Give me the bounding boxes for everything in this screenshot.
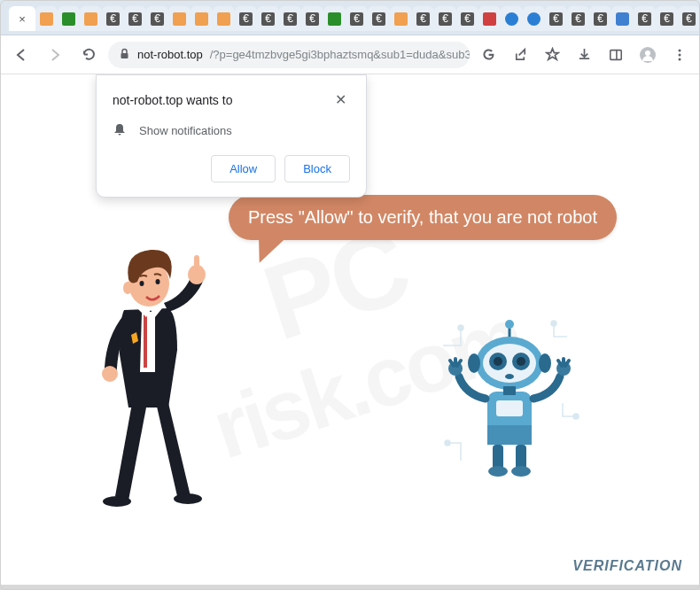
tab[interactable]: € (567, 6, 589, 31)
tab[interactable]: € (678, 6, 700, 31)
svg-point-18 (551, 321, 556, 326)
tab[interactable]: € (456, 6, 478, 31)
google-search-icon[interactable] (475, 42, 502, 68)
tab[interactable] (80, 6, 102, 31)
svg-rect-38 (493, 445, 503, 470)
man-illustration (71, 230, 230, 514)
bookmark-star-icon[interactable] (539, 42, 565, 68)
menu-dots-icon[interactable] (666, 42, 693, 68)
svg-point-6 (679, 53, 681, 56)
notification-site-label: not-robot.top wants to (113, 93, 232, 107)
svg-rect-2 (611, 50, 621, 59)
svg-point-26 (494, 357, 502, 366)
notification-permission-text: Show notifications (139, 124, 232, 137)
downloads-icon[interactable] (571, 42, 597, 68)
svg-point-28 (517, 357, 525, 366)
svg-point-17 (458, 325, 463, 330)
tab[interactable]: € (412, 6, 434, 31)
tab[interactable]: € (434, 6, 456, 31)
tab[interactable]: € (301, 6, 323, 31)
svg-point-5 (679, 49, 681, 51)
tab[interactable]: € (346, 6, 368, 31)
svg-rect-34 (496, 400, 523, 416)
tab[interactable]: € (656, 6, 678, 31)
svg-point-22 (505, 320, 514, 329)
tab[interactable] (478, 6, 501, 31)
tab[interactable] (323, 6, 346, 31)
bell-icon (113, 122, 127, 139)
svg-point-8 (103, 496, 131, 507)
tab[interactable] (501, 6, 523, 31)
tab-close-icon[interactable]: × (19, 12, 26, 26)
frame-bottom-border (0, 585, 700, 590)
speech-bubble: Press "Allow" to verify, that you are no… (229, 195, 617, 240)
back-button[interactable] (7, 41, 35, 69)
svg-point-19 (573, 414, 579, 419)
svg-point-15 (156, 279, 160, 284)
svg-rect-1 (121, 53, 128, 58)
tab[interactable] (390, 6, 412, 31)
svg-point-7 (679, 58, 681, 60)
notification-close-button[interactable]: ✕ (331, 89, 350, 110)
tab[interactable] (168, 6, 191, 31)
svg-point-20 (445, 440, 450, 446)
page-content: PC risk.com not-robot.top wants to ✕ Sho… (0, 74, 700, 585)
tab[interactable] (213, 6, 235, 31)
svg-point-29 (505, 374, 514, 379)
url-path: /?p=ge4tmzbvge5gi3bphaztsmq&sub1=duda&su… (210, 48, 470, 61)
svg-point-31 (539, 353, 551, 373)
tab-strip: × € € € € € € € € € € € € € € € € € € € … (9, 5, 700, 32)
side-panel-icon[interactable] (603, 42, 629, 68)
allow-button[interactable]: Allow (211, 155, 276, 182)
tab[interactable]: € (257, 6, 279, 31)
tab[interactable]: € (368, 6, 390, 31)
tab[interactable]: € (102, 6, 124, 31)
browser-toolbar: not-robot.top/?p=ge4tmzbvge5gi3bphaztsmq… (0, 35, 700, 74)
svg-point-30 (468, 353, 480, 373)
tab[interactable]: € (545, 6, 567, 31)
svg-point-41 (511, 466, 531, 477)
tab[interactable]: € (279, 6, 301, 31)
svg-point-9 (174, 493, 202, 504)
svg-rect-33 (487, 425, 532, 445)
speech-tail (253, 227, 292, 268)
tab[interactable] (191, 6, 213, 31)
reload-button[interactable] (74, 41, 103, 69)
block-button[interactable]: Block (284, 155, 350, 182)
svg-point-14 (140, 281, 144, 286)
verification-label: VERIFICATION (572, 558, 682, 574)
address-bar[interactable]: not-robot.top/?p=ge4tmzbvge5gi3bphaztsmq… (108, 42, 470, 68)
tab[interactable]: € (124, 6, 146, 31)
tab[interactable]: € (589, 6, 611, 31)
robot-illustration (434, 319, 585, 496)
tab[interactable]: € (146, 6, 168, 31)
svg-point-10 (102, 366, 118, 382)
tab-active[interactable]: × (9, 6, 35, 31)
url-domain: not-robot.top (137, 48, 203, 61)
svg-point-16 (123, 282, 132, 294)
tab[interactable] (35, 6, 58, 31)
tab[interactable] (523, 6, 545, 31)
tab[interactable] (58, 6, 80, 31)
svg-rect-12 (194, 255, 199, 271)
tab[interactable]: € (235, 6, 257, 31)
svg-rect-35 (503, 386, 516, 395)
share-icon[interactable] (507, 42, 533, 68)
lock-icon (119, 48, 130, 62)
svg-point-40 (488, 466, 508, 477)
tab[interactable] (611, 6, 634, 31)
forward-button[interactable] (41, 41, 69, 69)
profile-avatar-icon[interactable] (634, 42, 661, 68)
svg-rect-39 (516, 445, 526, 470)
notification-permission-popup: not-robot.top wants to ✕ Show notificati… (96, 74, 367, 198)
tab[interactable]: € (634, 6, 656, 31)
svg-point-4 (645, 50, 650, 56)
